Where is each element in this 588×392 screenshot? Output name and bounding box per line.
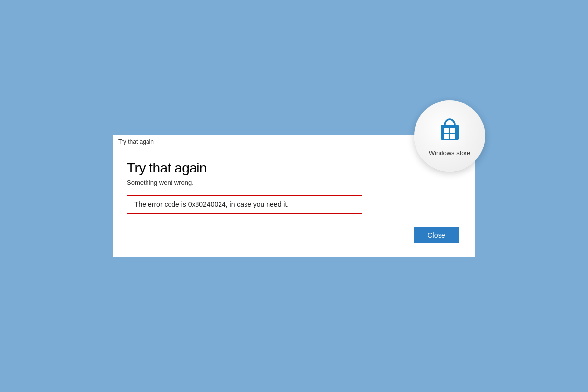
dialog-wrapper: Windows store Try that again Try that ag… — [113, 135, 475, 257]
windows-store-icon — [434, 115, 466, 147]
desktop: Windows store Try that again Try that ag… — [0, 0, 588, 392]
windows-store-badge: Windows store — [414, 100, 485, 172]
dialog-title: Try that again — [127, 160, 461, 176]
dialog-titlebar-text: Try that again — [118, 138, 154, 145]
error-code-box: The error code is 0x80240024, in case yo… — [127, 195, 362, 214]
svg-rect-1 — [444, 128, 449, 133]
windows-store-label: Windows store — [429, 149, 470, 157]
dialog-subtitle: Something went wrong. — [127, 179, 461, 186]
error-message: The error code is 0x80240024, in case yo… — [134, 200, 289, 208]
close-button[interactable]: Close — [414, 227, 459, 243]
svg-rect-3 — [444, 134, 449, 139]
dialog-body: Try that again Something went wrong. The… — [113, 148, 475, 257]
dialog-footer: Close — [127, 227, 461, 243]
svg-rect-2 — [450, 128, 455, 133]
svg-rect-4 — [450, 134, 455, 139]
